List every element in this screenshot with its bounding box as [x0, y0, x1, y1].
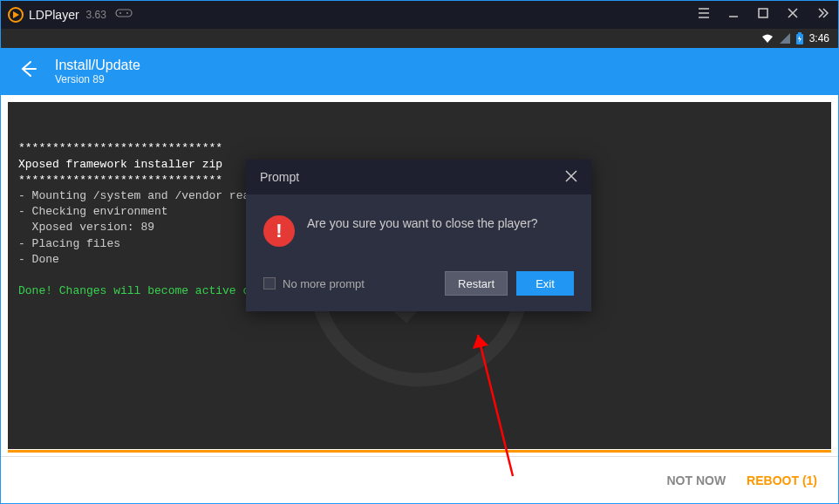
term-line: Xposed version: 89 — [18, 221, 154, 234]
no-more-prompt-checkbox[interactable]: No more prompt — [263, 277, 365, 290]
titlebar-controls — [695, 7, 831, 23]
dialog-title: Prompt — [260, 170, 299, 184]
term-line: - Done — [18, 253, 59, 266]
dialog-close-icon[interactable] — [565, 168, 577, 187]
prompt-dialog: Prompt ! Are you sure you want to close … — [246, 160, 591, 311]
checkbox-label: No more prompt — [283, 277, 365, 290]
reboot-button[interactable]: REBOOT (1) — [747, 473, 817, 487]
dialog-header: Prompt — [246, 160, 591, 194]
term-line: - Placing files — [18, 237, 120, 250]
term-line: - Checking environment — [18, 205, 168, 218]
maximize-icon[interactable] — [754, 7, 772, 23]
battery-icon — [795, 32, 804, 44]
exit-button[interactable]: Exit — [516, 271, 574, 296]
checkbox-icon[interactable] — [263, 277, 276, 289]
page-header: Install/Update Version 89 — [1, 48, 838, 95]
app-version: 3.63 — [86, 9, 106, 21]
svg-point-2 — [119, 12, 121, 14]
minimize-icon[interactable] — [725, 7, 742, 23]
term-title: Xposed framework installer zip — [18, 158, 222, 171]
titlebar-left: LDPlayer 3.63 — [8, 7, 133, 23]
not-now-button[interactable]: NOT NOW — [666, 473, 726, 487]
wifi-icon — [761, 33, 774, 44]
page-title: Install/Update — [55, 58, 140, 73]
svg-rect-6 — [798, 32, 801, 34]
svg-point-3 — [126, 12, 128, 14]
titlebar: LDPlayer 3.63 — [1, 1, 838, 29]
controller-icon — [115, 7, 133, 23]
svg-rect-1 — [116, 10, 132, 17]
warning-icon: ! — [263, 215, 295, 247]
term-stars-top: ****************************** — [18, 141, 222, 154]
svg-rect-4 — [759, 9, 767, 17]
chevron-right-icon[interactable] — [814, 7, 831, 23]
dialog-footer: No more prompt Restart Exit — [246, 261, 591, 311]
app-name: LDPlayer — [29, 8, 79, 22]
signal-icon — [780, 33, 790, 44]
footer-bar: NOT NOW REBOOT (1) — [1, 456, 838, 503]
restart-button[interactable]: Restart — [445, 271, 508, 296]
term-stars-bottom: ****************************** — [18, 174, 222, 187]
dialog-actions: Restart Exit — [445, 271, 574, 296]
android-statusbar: 3:46 — [1, 29, 838, 48]
term-done-line: Done! Changes will become active on r — [18, 284, 270, 297]
page-subtitle: Version 89 — [55, 73, 140, 85]
back-arrow-icon[interactable] — [18, 59, 38, 84]
clock-time: 3:46 — [809, 32, 829, 44]
dialog-body: ! Are you sure you want to close the pla… — [246, 194, 591, 261]
menu-icon[interactable] — [695, 7, 713, 23]
ldplayer-logo-icon — [8, 7, 24, 23]
header-text-block: Install/Update Version 89 — [55, 58, 140, 85]
close-icon[interactable] — [784, 7, 801, 23]
dialog-message: Are you sure you want to close the playe… — [307, 215, 538, 233]
